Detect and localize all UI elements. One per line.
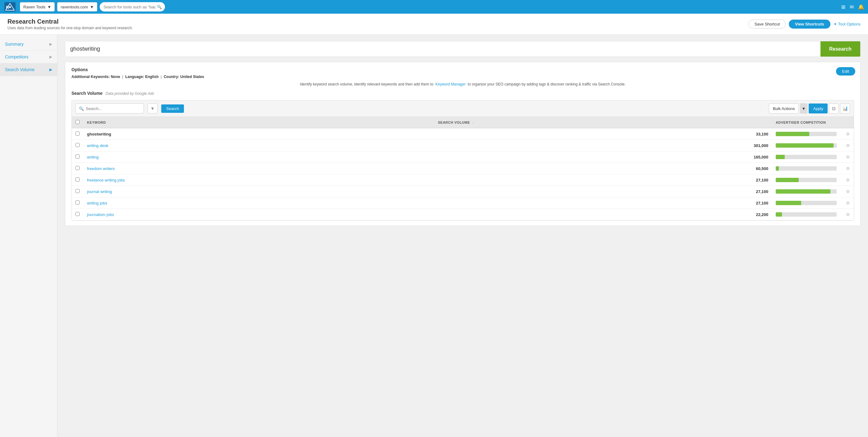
table-row: writing165,000⚙ (72, 151, 854, 163)
search-volume-cell: 60,500 (434, 163, 772, 174)
search-volume-title: Search Volume (71, 91, 102, 96)
competition-bar-wrap (776, 212, 837, 216)
table-row: ghostwriting33,100⚙ (72, 128, 854, 140)
competition-bar-bg (776, 155, 837, 159)
save-shortcut-button[interactable]: Save Shortcut (748, 20, 786, 29)
table-search-button[interactable]: Search (161, 105, 184, 113)
domain-chevron-icon: ▼ (90, 5, 94, 9)
keyword-search-box: Research (65, 41, 861, 57)
gear-icon[interactable]: ⚙ (846, 154, 850, 159)
table-view-toggle[interactable]: ⊡ (829, 104, 839, 113)
row-checkbox[interactable] (75, 143, 80, 147)
gear-icon[interactable]: ⚙ (846, 201, 850, 205)
competition-bar-fill (776, 178, 799, 182)
research-button[interactable]: Research (820, 41, 860, 57)
competition-bar-bg (776, 178, 837, 182)
competition-cell (772, 163, 840, 174)
bell-icon-button[interactable]: 🔔 (858, 4, 864, 10)
competition-bar-wrap (776, 166, 837, 171)
row-checkbox-cell (72, 140, 83, 151)
row-checkbox-cell (72, 186, 83, 197)
gear-icon[interactable]: ⚙ (846, 177, 850, 182)
page-subtitle: Uses data from leading sources for one-s… (7, 26, 133, 30)
page-header-left: Research Central Uses data from leading … (7, 18, 133, 30)
sidebar-item-competitors-label: Competitors (5, 54, 28, 59)
global-search-input[interactable] (100, 2, 165, 11)
row-checkbox[interactable] (75, 177, 80, 181)
chat-icon-button[interactable]: ✉ (850, 4, 854, 10)
table-row: journalism jobs22,200⚙ (72, 209, 854, 221)
nav-icons: ⊞ ✉ 🔔 (841, 4, 864, 10)
gear-icon[interactable]: ⚙ (846, 166, 850, 171)
row-checkbox[interactable] (75, 166, 80, 170)
gear-icon[interactable]: ⚙ (846, 189, 850, 194)
keyword-link[interactable]: writing desk (87, 143, 108, 148)
grid-icon-button[interactable]: ⊞ (841, 4, 845, 10)
competition-bar-fill (776, 212, 782, 216)
sidebar-item-search-volume[interactable]: Search Volume ▶ (0, 63, 57, 76)
workspace-dropdown[interactable]: Raven Tools ▼ (20, 2, 55, 11)
select-all-checkbox[interactable] (75, 120, 80, 124)
row-checkbox[interactable] (75, 189, 80, 193)
sidebar-item-summary[interactable]: Summary ▶ (0, 38, 57, 51)
row-checkbox[interactable] (75, 132, 80, 136)
competition-bar-wrap (776, 132, 837, 136)
row-checkbox[interactable] (75, 201, 80, 205)
bulk-actions-chevron-icon: ▼ (802, 106, 806, 111)
tool-options-button[interactable]: ✦ Tool Options (834, 22, 861, 26)
table-search-icon: 🔍 (79, 106, 84, 111)
domain-dropdown[interactable]: raventools.com ▼ (57, 2, 97, 11)
row-checkbox[interactable] (75, 154, 80, 158)
search-volume-cell: 27,100 (434, 174, 772, 186)
bulk-actions-dropdown[interactable]: Bulk Actions (769, 104, 799, 113)
bulk-actions-label: Bulk Actions (773, 106, 795, 111)
table-row: freelance writing jobs27,100⚙ (72, 174, 854, 186)
gear-icon[interactable]: ⚙ (846, 212, 850, 217)
filter-icon-button[interactable]: ▼ (148, 104, 157, 113)
keyword-link[interactable]: freelance writing jobs (87, 178, 125, 182)
search-volume-cell: 27,100 (434, 197, 772, 209)
table-search-input[interactable] (86, 106, 141, 111)
gear-icon[interactable]: ⚙ (846, 132, 850, 137)
apply-button[interactable]: Apply (809, 104, 828, 113)
row-checkbox-cell (72, 163, 83, 174)
row-checkbox[interactable] (75, 212, 80, 216)
search-volume-header: Search Volume Data provided by Google Ad… (71, 91, 854, 96)
competition-bar-bg (776, 189, 837, 194)
keyword-link[interactable]: journal writing (87, 189, 112, 194)
chart-view-toggle[interactable]: 📊 (840, 104, 850, 113)
competition-cell (772, 197, 840, 209)
row-checkbox-cell (72, 209, 83, 221)
keyword-manager-link[interactable]: Keyword Manager (436, 82, 466, 86)
table-toolbar: 🔍 ▼ Search Bulk Actions ▼ Apply ⊡ (72, 100, 854, 117)
main-layout: Summary ▶ Competitors ▶ Search Volume ▶ … (0, 35, 868, 437)
header-checkbox-cell (72, 117, 83, 128)
competition-cell (772, 151, 840, 163)
row-checkbox-cell (72, 128, 83, 140)
competition-cell (772, 128, 840, 140)
keyword-link[interactable]: journalism jobs (87, 212, 114, 217)
competition-bar-wrap (776, 201, 837, 205)
keyword-cell: writing (83, 151, 434, 163)
table-row: freedom writers60,500⚙ (72, 163, 854, 174)
competition-bar-wrap (776, 143, 837, 148)
keyword-link[interactable]: writing (87, 155, 99, 159)
data-source: Data provided by Google Ads (105, 91, 154, 96)
edit-button[interactable]: Edit (836, 67, 855, 76)
bulk-actions-arrow[interactable]: ▼ (800, 104, 807, 113)
gear-icon[interactable]: ⚙ (846, 143, 850, 148)
data-table: KEYWORD SEARCH VOLUME ↓ ADVERTISER COMPE… (72, 117, 854, 221)
action-cell: ⚙ (840, 174, 854, 186)
keyword-input[interactable] (65, 41, 820, 57)
workspace-chevron-icon: ▼ (47, 5, 51, 9)
competition-bar-fill (776, 201, 801, 205)
sidebar-item-competitors[interactable]: Competitors ▶ (0, 51, 57, 63)
keyword-link[interactable]: writing jobs (87, 201, 107, 205)
top-nav: R Raven Tools ▼ raventools.com ▼ 🔍 ⊞ ✉ 🔔 (0, 0, 868, 14)
view-shortcuts-button[interactable]: View Shortcuts (789, 20, 830, 29)
header-actions (840, 117, 854, 128)
country-value: United States (180, 75, 204, 79)
header-search-volume[interactable]: SEARCH VOLUME ↓ (434, 117, 772, 128)
keyword-link[interactable]: freedom writers (87, 166, 115, 171)
competition-bar-fill (776, 155, 785, 159)
